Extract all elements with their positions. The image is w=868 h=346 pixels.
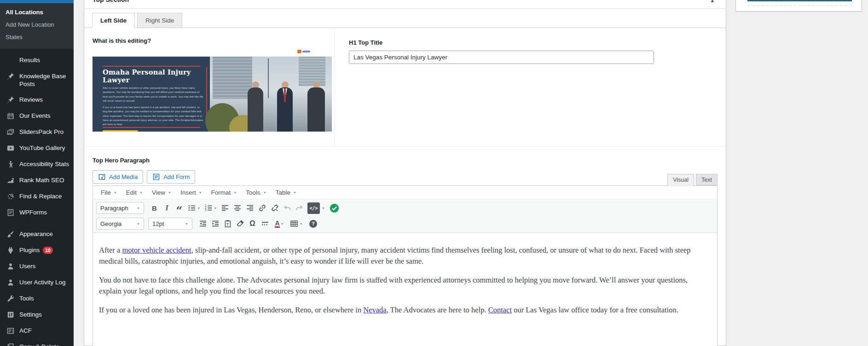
align-center-button[interactable] [231,202,243,214]
sidebar-item-appearance[interactable]: Appearance [0,226,74,242]
tab-right-side[interactable]: Right Side [137,13,182,28]
menubar-tools[interactable]: Tools▼ [241,187,271,198]
hero-paragraph-field: Top Hero Paragraph Add Media Add Form Vi… [84,147,726,346]
italic-button[interactable]: I [161,202,173,214]
content-paragraph: If you or a loved one has been injured i… [99,305,711,316]
user-icon [6,278,15,287]
sidebar-item-youtube-gallery[interactable]: YouTube Gallery [0,140,74,156]
mode-tab-text[interactable]: Text [696,174,718,185]
sidebar-item-our-events[interactable]: Our Events [0,108,74,124]
sidebar-item-knowledge-base-posts[interactable]: Knowledge Base Posts [0,69,74,92]
menubar-file[interactable]: File▼ [96,187,122,198]
banner-paragraph: If you or a loved one has been injured i… [103,105,205,127]
sidebar-item-results[interactable]: Results [0,52,74,69]
add-media-button[interactable]: Add Media [93,170,143,184]
tab-left-side[interactable]: Left Side [92,13,135,28]
bold-button[interactable]: B [148,202,161,214]
content-link[interactable]: motor vehicle accident [122,246,191,254]
image-field: What is this editing? [84,28,335,146]
banner-title: Omaha Personal Injury Lawyer [103,68,205,84]
add-form-button[interactable]: Add Form [147,170,195,184]
side-postbox [735,0,862,12]
brush-icon [6,230,15,238]
paste-as-text-button[interactable]: T [221,218,234,230]
form-icon [6,208,15,217]
chevron-down-icon: ▼ [137,207,140,210]
sidebar-item-wpforms[interactable]: WPForms [0,205,74,221]
postbox-button-edge [747,0,852,1]
menubar-edit[interactable]: Edit▼ [122,187,147,198]
section-title: Top Section [93,0,129,3]
menubar-view[interactable]: View▼ [147,187,176,198]
special-character-button[interactable]: Ω [246,218,259,230]
h1-title-input[interactable] [349,51,654,64]
sidebar-submenu-item[interactable]: States [0,31,74,44]
undo-button[interactable] [281,202,293,214]
chevron-down-icon: ▼ [185,222,188,225]
content-link[interactable]: Contact [488,306,512,314]
menubar-insert[interactable]: Insert▼ [176,187,207,198]
svg-text:T: T [226,222,229,227]
collapse-caret-icon[interactable]: ▴ [711,0,714,4]
chevron-down-icon: ▼ [263,191,266,194]
sidebar-item-rank-math-seo[interactable]: Rank Math SEO [0,173,74,189]
redo-button[interactable] [293,202,306,214]
clear-formatting-button[interactable] [234,218,246,230]
editor-content[interactable]: After a motor vehicle accident, slip-and… [93,233,717,346]
person-figure [277,81,293,132]
unlink-button[interactable] [268,202,281,214]
person-figure [307,81,325,132]
calendar-icon [6,112,15,120]
h1-title-label: H1 Top Title [349,39,712,46]
table-button[interactable]: ▼ [288,218,304,230]
shortcode-button[interactable]: </> ▼ [307,202,325,214]
menubar-table[interactable]: Table▼ [271,187,301,198]
numbered-list-button[interactable]: 123▼ [202,202,219,214]
align-right-button[interactable] [243,202,256,214]
pin-icon [6,72,15,81]
page-break-button[interactable] [259,218,271,230]
text-color-button[interactable]: A▼ [271,218,288,230]
font-family-select[interactable]: Georgia▼ [96,218,144,230]
format-select[interactable]: Paragraph▼ [96,202,144,214]
indent-button[interactable] [209,218,221,230]
menubar-format[interactable]: Format▼ [207,187,242,198]
shortcode-icon: </> [307,202,320,214]
acf-tab-group: Left SideRight Side [84,9,726,28]
outdent-button[interactable] [197,218,209,230]
sidebar-submenu-item[interactable]: All Locations [0,6,74,19]
sidebar-item-reviews[interactable]: Reviews [0,92,74,108]
bullet-list-button[interactable]: ▼ [185,202,202,214]
sidebar-item-acf[interactable]: ACF [0,323,74,339]
help-button[interactable]: ? [307,218,319,230]
image-field-preview[interactable]: Omaha Personal Injury Lawyer After a mot… [93,57,332,132]
link-button[interactable] [256,202,268,214]
plugins-count-badge: 10 [43,247,53,254]
chevron-down-icon: ▼ [214,207,217,210]
mode-tab-visual[interactable]: Visual [667,174,694,186]
sidebar-item-plugins[interactable]: Plugins10 [0,242,74,259]
font-size-select[interactable]: 12pt▼ [148,218,192,230]
content-link[interactable]: Nevada [363,306,386,314]
help-icon: ? [309,220,317,228]
sidebar-item-users[interactable]: Users [0,259,74,275]
blockquote-button[interactable]: “ [173,202,185,214]
svg-text:3: 3 [205,208,207,212]
editor-menubar: File▼Edit▼View▼Insert▼Format▼Tools▼Table… [93,186,717,199]
sidebar-item-accessibility-stats[interactable]: Accessibility Stats [0,156,74,173]
accessibility-check-button[interactable] [330,203,339,213]
add-media-icon [98,173,106,181]
pole-shape [268,58,269,98]
banner-paragraph: After a motor vehicle accident or other … [103,86,205,103]
sidebar-item-copy-delete[interactable]: Copy & Delete [0,339,74,346]
sidebar-item-find-replace[interactable]: Find & Replace [0,189,74,205]
sidebar-item-user-activity-log[interactable]: User Activity Log [0,275,74,291]
align-left-button[interactable] [219,202,231,214]
sidebar-item-tools[interactable]: Tools [0,291,74,307]
editor-mode-tabs: VisualText [667,174,718,185]
sidebar-submenu-item[interactable]: Add New Location [0,19,74,31]
sidebar-item-sliderspack-pro[interactable]: SlidersPack Pro [0,124,74,140]
sidebar-item-settings[interactable]: Settings [0,307,74,323]
chevron-down-icon: ▼ [322,207,325,210]
banner-text-block: Omaha Personal Injury Lawyer After a mot… [103,68,205,132]
